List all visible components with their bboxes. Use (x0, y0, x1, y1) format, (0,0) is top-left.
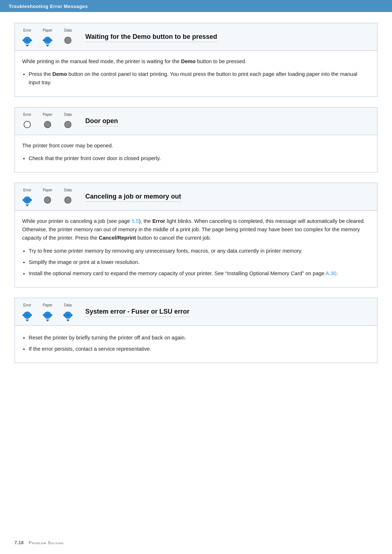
body-para-3-1: While your printer is canceling a job (s… (22, 217, 370, 243)
card-title-area-2: Door open (85, 117, 371, 126)
bullet-3-3: Install the optional memory card to expa… (29, 269, 370, 278)
footer-section: Problem Solving (29, 541, 64, 545)
bullet-list-2: Check that the printer front cover door … (29, 154, 370, 163)
data-led-4 (61, 309, 74, 322)
bullet-3-1: Try to free some printer memory by remov… (29, 247, 370, 255)
paper-led-3 (41, 194, 54, 207)
card-body-3: While your printer is canceling a job (s… (15, 211, 377, 287)
svg-point-17 (25, 198, 29, 202)
card-header-canceling: Error Paper (15, 183, 377, 211)
svg-marker-4 (25, 45, 29, 47)
card-title-2: Door open (85, 117, 118, 126)
data-led-3 (61, 194, 74, 207)
svg-marker-9 (46, 45, 49, 47)
bullet-list-1: Press the Demo button on the control pan… (29, 70, 370, 87)
card-header-waiting-demo: Error Paper (15, 23, 377, 51)
paper-led-2 (41, 118, 54, 131)
svg-point-10 (65, 37, 71, 44)
content-area: Error Paper (0, 12, 392, 388)
svg-point-34 (66, 313, 70, 317)
indicator-paper-2: Paper (41, 113, 54, 131)
data-led-2 (61, 118, 74, 131)
card-waiting-demo: Error Paper (15, 23, 377, 97)
paper-led-4 (41, 309, 54, 322)
card-body-4: Reset the printer by briefly turning the… (15, 326, 377, 363)
footer-page-number: 7.18 (15, 540, 24, 545)
indicators-waiting-demo: Error Paper (21, 28, 74, 47)
indicators-door-open: Error Paper Data (21, 113, 74, 131)
card-body-2: The printer front cover may be opened. C… (15, 135, 377, 172)
error-led-3 (21, 194, 34, 207)
card-body-1: While printing in the manual feed mode, … (15, 51, 377, 97)
bullet-list-3: Try to free some printer memory by remov… (29, 247, 370, 278)
data-led-1 (61, 34, 74, 47)
indicator-paper-4: Paper (41, 303, 54, 322)
card-door-open: Error Paper Data (15, 107, 377, 172)
svg-point-8 (46, 38, 49, 42)
indicators-canceling: Error Paper (21, 188, 74, 207)
svg-point-12 (44, 121, 51, 128)
link-page-55[interactable]: 5.5 (131, 218, 139, 224)
page-footer: 7.18 Problem Solving (15, 540, 64, 545)
svg-marker-25 (25, 319, 29, 322)
card-title-area-3: Canceling a job or memory out (85, 193, 371, 202)
bullet-4-1: Reset the printer by briefly turning the… (29, 334, 370, 342)
paper-led-1 (41, 34, 54, 47)
card-header-door-open: Error Paper Data (15, 107, 377, 135)
error-led-2 (21, 118, 34, 131)
header-title: Troubleshooting Error Messages (9, 4, 88, 9)
card-canceling-job: Error Paper (15, 183, 377, 288)
card-header-system-error: Error Paper (15, 298, 377, 326)
card-title-4: System error - Fuser or LSU error (85, 308, 189, 317)
indicator-error-1: Error (21, 28, 34, 47)
card-title-1: Waiting for the Demo button to be presse… (85, 33, 217, 42)
svg-point-13 (65, 121, 71, 128)
card-title-area-1: Waiting for the Demo button to be presse… (85, 33, 371, 42)
svg-marker-18 (25, 204, 29, 207)
indicator-error-2: Error (21, 113, 34, 131)
link-page-a30[interactable]: A.30 (326, 270, 336, 276)
card-title-3: Canceling a job or memory out (85, 193, 181, 202)
indicator-error-3: Error (21, 188, 34, 207)
svg-point-3 (25, 38, 29, 42)
error-led-4 (21, 309, 34, 322)
card-system-error: Error Paper (15, 298, 377, 363)
page-header: Troubleshooting Error Messages (0, 0, 392, 12)
svg-marker-30 (46, 319, 49, 322)
indicator-paper-3: Paper (41, 188, 54, 207)
indicators-system-error: Error Paper (21, 303, 74, 322)
svg-point-24 (25, 313, 29, 317)
bullet-2-1: Check that the printer front cover door … (29, 154, 370, 163)
svg-point-19 (44, 197, 51, 203)
card-title-area-4: System error - Fuser or LSU error (85, 308, 371, 317)
indicator-error-4: Error (21, 303, 34, 322)
indicator-paper-1: Paper (41, 28, 54, 47)
body-para-1-1: While printing in the manual feed mode, … (22, 57, 370, 66)
bullet-1-1: Press the Demo button on the control pan… (29, 70, 370, 87)
bullet-4-2: If the error persists, contact a service… (29, 345, 370, 353)
svg-point-29 (46, 313, 49, 317)
indicator-data-1: Data (61, 28, 74, 47)
error-led-1 (21, 34, 34, 47)
svg-marker-35 (66, 319, 70, 322)
indicator-data-3: Data (61, 188, 74, 207)
svg-point-20 (65, 197, 71, 203)
bullet-list-4: Reset the printer by briefly turning the… (29, 334, 370, 353)
svg-point-11 (24, 121, 30, 128)
indicator-data-2: Data (61, 113, 74, 131)
indicator-data-4: Data (61, 303, 74, 322)
bullet-3-2: Simplify the image or print at a lower r… (29, 258, 370, 266)
body-para-2-1: The printer front cover may be opened. (22, 142, 370, 150)
